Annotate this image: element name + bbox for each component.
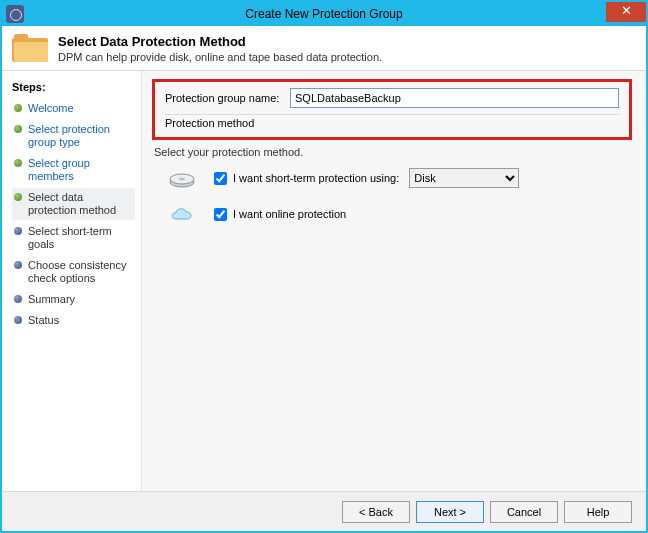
cloud-icon <box>168 204 196 224</box>
next-button[interactable]: Next > <box>416 501 484 523</box>
online-label: I want online protection <box>233 208 346 220</box>
bullet-icon <box>14 261 22 269</box>
step-label: Select short-term goals <box>28 225 133 251</box>
step-welcome[interactable]: Welcome <box>12 99 135 118</box>
wizard-header: Select Data Protection Method DPM can he… <box>2 26 646 71</box>
group-name-row: Protection group name: <box>165 88 619 108</box>
step-label: Choose consistency check options <box>28 259 133 285</box>
step-link[interactable]: Select protection group type <box>28 123 133 149</box>
step-group-members[interactable]: Select group members <box>12 154 135 186</box>
step-summary: Summary <box>12 290 135 309</box>
svg-point-2 <box>179 178 185 181</box>
highlight-box: Protection group name: Protection method <box>152 79 632 140</box>
step-label: Select data protection method <box>28 191 133 217</box>
step-consistency-check: Choose consistency check options <box>12 256 135 288</box>
step-link[interactable]: Select group members <box>28 157 133 183</box>
page-title: Select Data Protection Method <box>58 34 636 49</box>
short-term-checkbox[interactable] <box>214 172 227 185</box>
step-group-type[interactable]: Select protection group type <box>12 120 135 152</box>
online-checkbox[interactable] <box>214 208 227 221</box>
bullet-icon <box>14 125 22 133</box>
bullet-icon <box>14 193 22 201</box>
titlebar: Create New Protection Group ✕ <box>2 2 646 26</box>
group-name-input[interactable] <box>290 88 619 108</box>
step-status: Status <box>12 311 135 330</box>
help-button[interactable]: Help <box>564 501 632 523</box>
disk-icon <box>168 168 196 188</box>
bullet-icon <box>14 295 22 303</box>
method-heading: Protection method <box>165 114 619 129</box>
group-name-label: Protection group name: <box>165 92 290 104</box>
back-button[interactable]: < Back <box>342 501 410 523</box>
step-link[interactable]: Welcome <box>28 102 74 115</box>
wizard-footer: < Back Next > Cancel Help <box>2 491 646 531</box>
step-label: Status <box>28 314 59 327</box>
bullet-icon <box>14 104 22 112</box>
step-protection-method[interactable]: Select data protection method <box>12 188 135 220</box>
bullet-icon <box>14 227 22 235</box>
step-short-term-goals: Select short-term goals <box>12 222 135 254</box>
online-row: I want online protection <box>168 204 632 224</box>
window-title: Create New Protection Group <box>2 7 646 21</box>
close-button[interactable]: ✕ <box>606 2 646 22</box>
folder-icon <box>12 34 48 64</box>
main-panel: Protection group name: Protection method… <box>142 71 646 491</box>
steps-sidebar: Steps: Welcome Select protection group t… <box>2 71 142 491</box>
cancel-button[interactable]: Cancel <box>490 501 558 523</box>
wizard-window: Create New Protection Group ✕ Select Dat… <box>0 0 648 533</box>
short-term-row: I want short-term protection using: Disk <box>168 168 632 188</box>
bullet-icon <box>14 159 22 167</box>
short-term-label: I want short-term protection using: <box>233 172 399 184</box>
short-term-select[interactable]: Disk <box>409 168 519 188</box>
wizard-body: Steps: Welcome Select protection group t… <box>2 71 646 491</box>
step-label: Summary <box>28 293 75 306</box>
page-subtitle: DPM can help provide disk, online and ta… <box>58 51 636 63</box>
instruction-text: Select your protection method. <box>154 146 632 158</box>
bullet-icon <box>14 316 22 324</box>
steps-heading: Steps: <box>12 81 135 93</box>
